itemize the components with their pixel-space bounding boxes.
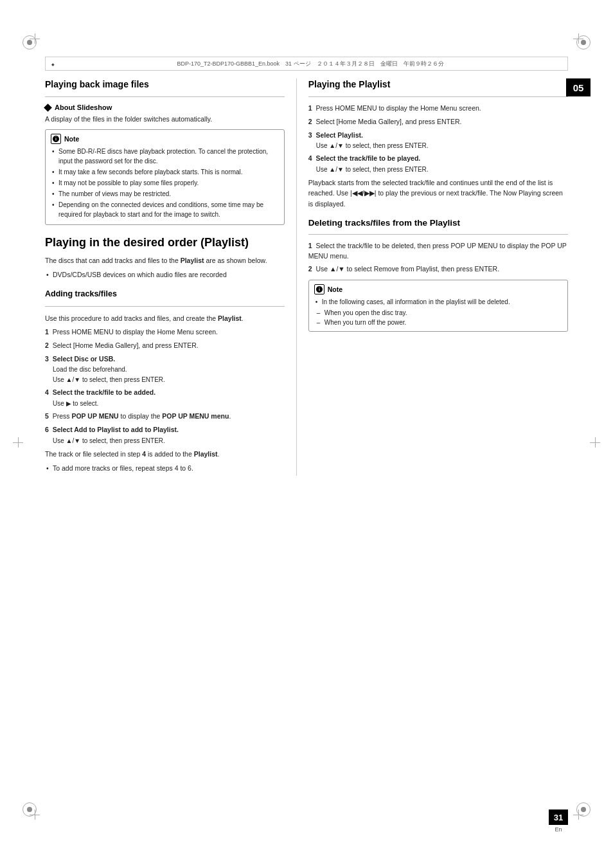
- right-column: Playing the Playlist 1 Press HOME MENU t…: [296, 78, 568, 476]
- page-lang: En: [555, 826, 562, 833]
- note-icon-2: [314, 284, 324, 294]
- main-content: Playing back image files About Slideshow…: [45, 78, 568, 804]
- r-step-3-number: 3: [308, 131, 312, 139]
- note-label-2: Note: [328, 285, 342, 293]
- r-step-2-number: 2: [308, 118, 312, 125]
- r-step-3-text: Select Playlist.: [315, 131, 363, 139]
- step-1-text: Press HOME MENU to display the Home Menu…: [53, 328, 218, 336]
- section1-title: Playing back image files: [45, 78, 285, 90]
- step-3: 3 Select Disc or USB. Load the disc befo…: [45, 354, 285, 385]
- adding-title: Adding tracks/files: [45, 289, 285, 299]
- after-step6-bullet: To add more tracks or files, repeat step…: [45, 463, 285, 473]
- chapter-badge: 05: [566, 78, 591, 96]
- r-step-4-number: 4: [308, 154, 312, 162]
- left-column: Playing back image files About Slideshow…: [45, 78, 296, 476]
- step-3-sub1: Load the disc beforehand.: [53, 365, 285, 374]
- r-step-1-number: 1: [308, 104, 312, 112]
- del-step-2-text: Use ▲/▼ to select Remove from Playlist, …: [315, 265, 499, 273]
- del-step-1: 1 Select the track/file to be deleted, t…: [308, 241, 568, 262]
- crosshair-bl: [30, 809, 40, 820]
- after-steps-body: Playback starts from the selected track/…: [308, 177, 568, 209]
- crosshair-tl: [30, 33, 40, 44]
- page-number-area: 31 En: [549, 809, 568, 833]
- r-step-1-text: Press HOME MENU to display the Home Menu…: [315, 104, 481, 112]
- diamond-icon: [44, 104, 52, 112]
- deleting-title: Deleting tracks/files from the Playlist: [308, 218, 568, 228]
- r-step-4-sub: Use ▲/▼ to select, then press ENTER.: [316, 165, 568, 174]
- about-slideshow-label: About Slideshow: [55, 104, 112, 111]
- del-step-1-text: Select the track/file to be deleted, the…: [308, 242, 567, 260]
- del-step-2: 2 Use ▲/▼ to select Remove from Playlist…: [308, 264, 568, 275]
- step-5-text: Press POP UP MENU to display the POP UP …: [53, 412, 231, 420]
- step-4: 4 Select the track/file to be added. Use…: [45, 388, 285, 408]
- after-step6-bullets: To add more tracks or files, repeat step…: [45, 463, 285, 473]
- note-item: It may take a few seconds before playbac…: [51, 167, 279, 177]
- crosshair-tr: [573, 33, 583, 44]
- note-item-2: In the following cases, all information …: [314, 297, 562, 307]
- doc-arrow-icon: ⬥: [51, 60, 55, 68]
- note-header-2: Note: [314, 284, 562, 294]
- note-box-1: Note Some BD-R/-RE discs have playback p…: [45, 129, 285, 225]
- step-2: 2 Select [Home Media Gallery], and press…: [45, 341, 285, 351]
- note-item: The number of views may be restricted.: [51, 189, 279, 199]
- r-step-4-text: Select the track/file to be played.: [315, 154, 420, 162]
- step-2-text: Select [Home Media Gallery], and press E…: [53, 341, 199, 349]
- note-item: Depending on the connected devices and c…: [51, 200, 279, 219]
- note-label-1: Note: [64, 135, 79, 143]
- step-2-number: 2: [45, 341, 49, 349]
- step-6-sub: Use ▲/▼ to select, then press ENTER.: [53, 436, 285, 446]
- section2-title: Playing in the desired order (Playlist): [45, 235, 285, 250]
- bullet-item: DVDs/CDs/USB devices on which audio file…: [45, 269, 285, 280]
- note-item: Some BD-R/-RE discs have playback protec…: [51, 147, 279, 166]
- step-5-number: 5: [45, 412, 49, 420]
- page-number: 31: [554, 813, 563, 822]
- step-6-text: Select Add to Playlist to add to Playlis…: [53, 426, 179, 433]
- crosshair-br: [573, 809, 583, 820]
- chapter-number: 05: [573, 82, 584, 93]
- columns: Playing back image files About Slideshow…: [45, 78, 568, 476]
- r-step-3-sub: Use ▲/▼ to select, then press ENTER.: [316, 141, 568, 150]
- step-4-text: Select the track/file to be added.: [53, 388, 155, 396]
- doc-info-text: BDP-170_T2-BDP170-GBBB1_En.book 31 ページ ２…: [58, 60, 562, 68]
- about-slideshow-body: A display of the files in the folder swi…: [45, 114, 285, 124]
- doc-info-bar: ⬥ BDP-170_T2-BDP170-GBBB1_En.book 31 ページ…: [45, 57, 568, 71]
- step-1: 1 Press HOME MENU to display the Home Me…: [45, 327, 285, 338]
- note-content-2: In the following cases, all information …: [314, 297, 562, 327]
- note-dash-2: When you turn off the power.: [314, 318, 562, 327]
- section2-body: The discs that can add tracks and files …: [45, 255, 285, 266]
- playing-title: Playing the Playlist: [308, 78, 568, 90]
- r-step-2-text: Select [Home Media Gallery], and press E…: [315, 118, 461, 125]
- note-header-1: Note: [51, 134, 279, 144]
- step-4-number: 4: [45, 388, 49, 396]
- step-1-number: 1: [45, 328, 49, 336]
- note-dash-1: When you open the disc tray.: [314, 308, 562, 318]
- step-3-number: 3: [45, 355, 49, 363]
- note-list-1: Some BD-R/-RE discs have playback protec…: [51, 147, 279, 219]
- note-box-2: Note In the following cases, all informa…: [308, 280, 568, 332]
- after-step6-text: The track or file selected in step 4 is …: [45, 449, 285, 459]
- note-content-1: Some BD-R/-RE discs have playback protec…: [51, 147, 279, 219]
- page: ⬥ BDP-170_T2-BDP170-GBBB1_En.book 31 ページ…: [0, 0, 613, 868]
- step-4-sub: Use ▶ to select.: [53, 399, 285, 408]
- page-number-box: 31: [549, 809, 568, 825]
- r-step-3: 3 Select Playlist. Use ▲/▼ to select, th…: [308, 131, 568, 151]
- crosshair-ml: [13, 437, 23, 448]
- step-6-number: 6: [45, 426, 49, 433]
- step-3-text: Select Disc or USB.: [53, 355, 115, 363]
- step-5: 5 Press POP UP MENU to display the POP U…: [45, 411, 285, 422]
- del-step-2-number: 2: [308, 265, 312, 273]
- r-step-4: 4 Select the track/file to be played. Us…: [308, 154, 568, 174]
- r-step-2: 2 Select [Home Media Gallery], and press…: [308, 117, 568, 127]
- note-icon-1: [51, 134, 61, 144]
- step-3-sub2: Use ▲/▼ to select, then press ENTER.: [53, 375, 285, 384]
- note-item: It may not be possible to play some file…: [51, 178, 279, 188]
- adding-body: Use this procedure to add tracks and fil…: [45, 313, 285, 323]
- about-slideshow-heading: About Slideshow: [45, 104, 285, 111]
- step-6: 6 Select Add to Playlist to add to Playl…: [45, 425, 285, 446]
- crosshair-mr: [590, 437, 600, 448]
- del-step-1-number: 1: [308, 242, 312, 249]
- note-list-2: In the following cases, all information …: [314, 297, 562, 307]
- section2-bullets: DVDs/CDs/USB devices on which audio file…: [45, 269, 285, 280]
- r-step-1: 1 Press HOME MENU to display the Home Me…: [308, 104, 568, 114]
